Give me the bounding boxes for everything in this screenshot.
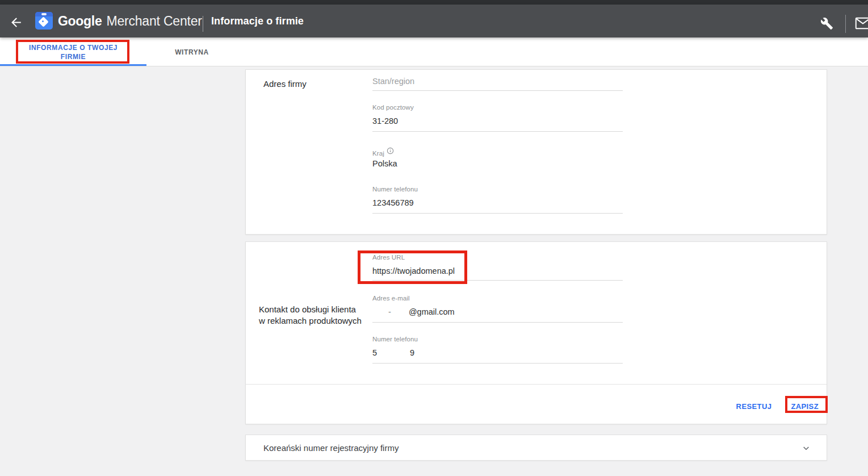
merchant-center-logo-icon	[35, 12, 53, 30]
address-phone-field[interactable]: 123456789	[372, 198, 623, 207]
email-label-wrap: Adres e-mail	[372, 295, 623, 302]
korean-registration-accordion[interactable]: Koreański numer rejestracyjny firmy	[245, 435, 827, 461]
country-field: Polska	[372, 159, 623, 168]
messages-button[interactable]	[854, 15, 868, 32]
arrow-left-icon	[9, 15, 23, 30]
country-label-wrap: Kraj	[372, 147, 623, 158]
contact-section-label: Kontakt do obsługi klienta w reklamach p…	[259, 304, 362, 327]
tools-button[interactable]	[818, 15, 835, 32]
header-divider	[203, 16, 203, 32]
card-divider	[246, 384, 827, 385]
tab-bar: INFORMACJE O TWOJEJ FIRMIE WITRYNA	[0, 37, 868, 66]
form-actions: RESETUJ ZAPISZ	[733, 400, 822, 413]
field-underline	[372, 280, 623, 281]
save-button[interactable]: ZAPISZ	[787, 400, 822, 413]
contact-phone-field[interactable]: 5 9	[372, 348, 623, 357]
contact-section-label-line1: Kontakt do obsługi klienta	[259, 304, 362, 315]
korean-registration-label: Koreański numer rejestracyjny firmy	[263, 443, 399, 453]
contact-phone-label: Numer telefonu	[372, 336, 623, 343]
wrench-icon	[820, 17, 833, 30]
window-top-strip	[0, 0, 868, 5]
email-value: @gmail.com	[409, 307, 455, 316]
url-label: Adres URL	[372, 254, 623, 261]
page-title: Informacje o firmie	[211, 5, 304, 37]
email-field[interactable]: - @gmail.com	[372, 307, 623, 316]
header-divider	[845, 15, 846, 33]
postal-code-label-wrap: Kod pocztowy	[372, 104, 623, 111]
state-region-placeholder: Stan/region	[372, 77, 623, 86]
state-region-field[interactable]: Stan/region	[372, 77, 623, 86]
postal-code-value: 31-280	[372, 116, 623, 126]
country-label: Kraj	[372, 150, 384, 157]
back-button[interactable]	[8, 14, 24, 30]
field-underline	[372, 90, 623, 91]
postal-code-label: Kod pocztowy	[372, 104, 623, 111]
url-field[interactable]: https://twojadomena.pl	[372, 266, 623, 275]
chevron-down-icon[interactable]	[802, 444, 811, 453]
envelope-icon	[855, 16, 868, 30]
business-address-card: Adres firmy Stan/region Kod pocztowy 31-…	[245, 69, 827, 235]
tab-website[interactable]: WITRYNA	[146, 37, 237, 66]
field-underline	[372, 363, 623, 364]
contact-phone-digit-right: 9	[410, 348, 414, 357]
tab-business-info[interactable]: INFORMACJE O TWOJEJ FIRMIE	[0, 37, 146, 66]
url-label-wrap: Adres URL	[372, 254, 623, 261]
contact-phone-digit-left: 5	[372, 348, 377, 357]
postal-code-field[interactable]: 31-280	[372, 116, 623, 126]
info-icon[interactable]	[387, 147, 394, 155]
tab-business-info-line2: FIRMIE	[61, 52, 86, 61]
logo-google-text: Google	[58, 14, 102, 29]
field-underline	[372, 131, 623, 132]
customer-contact-card: Adres URL https://twojadomena.pl Adres e…	[245, 241, 827, 424]
country-value: Polska	[372, 159, 623, 168]
address-phone-label: Numer telefonu	[372, 186, 623, 193]
field-underline	[372, 213, 623, 214]
app-logo: Google Merchant Center	[58, 5, 202, 37]
address-section-label: Adres firmy	[263, 79, 307, 89]
address-phone-value: 123456789	[372, 198, 623, 207]
contact-section-label-line2: w reklamach produktowych	[259, 315, 362, 327]
logo-product-text: Merchant Center	[106, 14, 202, 29]
field-underline	[372, 322, 623, 323]
active-tab-underline	[0, 64, 146, 66]
email-redacted-mark: -	[388, 307, 391, 316]
contact-phone-label-wrap: Numer telefonu	[372, 336, 623, 343]
tab-business-info-line1: INFORMACJE O TWOJEJ	[29, 43, 118, 52]
url-value: https://twojadomena.pl	[372, 266, 623, 275]
address-phone-label-wrap: Numer telefonu	[372, 186, 623, 193]
tab-website-label: WITRYNA	[175, 48, 209, 56]
email-label: Adres e-mail	[372, 295, 623, 302]
app-header: Google Merchant Center Informacje o firm…	[0, 5, 868, 37]
reset-button[interactable]: RESETUJ	[733, 400, 775, 413]
